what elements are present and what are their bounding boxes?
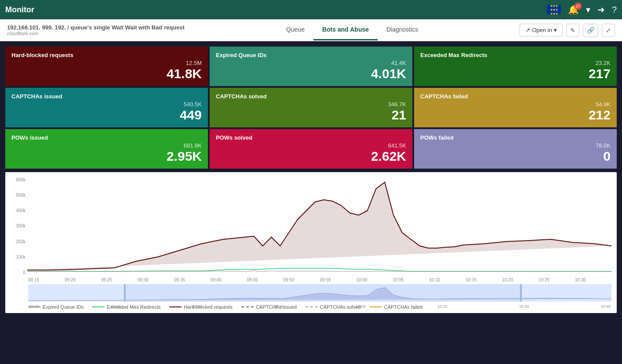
sub-header: 192.168.101. 999. 192. / queue's single …: [0, 19, 622, 41]
nav-dropdown-button[interactable]: ▾: [586, 4, 590, 15]
card-primary-7: 2.62K: [216, 149, 406, 163]
metric-card-2[interactable]: Exceeded Max Redirects 23.2K 217: [414, 47, 617, 86]
metric-card-0[interactable]: Hard-blocked requests 12.5M 41.8K: [5, 47, 208, 86]
card-values-5: 54.9K 212: [420, 101, 611, 122]
metric-card-3[interactable]: CAPTCHAs issued 540.5K 449: [5, 88, 208, 127]
metric-card-1[interactable]: Expired Queue IDs 41.4K 4.01K: [210, 47, 412, 86]
card-secondary-7: 641.5K: [216, 142, 406, 149]
flag-icon[interactable]: ★★★★★★★★★: [547, 5, 561, 14]
x-label: 10:15: [466, 278, 477, 282]
main-content: Hard-blocked requests 12.5M 41.8K Expire…: [0, 41, 622, 364]
metric-card-5[interactable]: CAPTCHAs failed 54.9K 212: [414, 88, 617, 127]
open-in-icon: ↗: [525, 27, 530, 33]
chart-svg: [27, 176, 611, 272]
metric-card-6[interactable]: POWs issued 681.8K 2.95K: [5, 129, 208, 169]
card-secondary-2: 23.2K: [420, 60, 611, 66]
card-primary-1: 4.01K: [216, 66, 406, 81]
mini-x-labels: 09:00 09:15 09:30 09:45 10:00 10:15 10:3…: [28, 304, 611, 309]
chart-area: 600k500k400k300k200k100k0: [5, 172, 617, 313]
tab-queue[interactable]: Queue: [277, 20, 313, 40]
open-in-button[interactable]: ↗ Open in ▾: [520, 24, 563, 36]
tab-bots-and-abuse[interactable]: Bots and Abuse: [313, 20, 378, 40]
chart-y-axis: 600k500k400k300k200k100k0: [11, 176, 27, 277]
metric-card-7[interactable]: POWs solved 641.5K 2.62K: [210, 129, 412, 169]
y-label: 500k: [11, 193, 25, 198]
card-secondary-4: 346.7K: [216, 101, 406, 108]
expand-button[interactable]: ⤢: [602, 24, 615, 37]
x-label: 09:55: [320, 278, 331, 282]
card-secondary-6: 681.8K: [11, 142, 202, 149]
flag-stars: ★★★★★★★★★: [550, 5, 558, 14]
card-values-2: 23.2K 217: [420, 60, 611, 81]
svg-rect-8: [124, 284, 126, 302]
card-label-3: CAPTCHAs issued: [11, 93, 202, 100]
card-primary-2: 217: [420, 66, 611, 81]
breadcrumb: 192.168.101. 999. 192. / queue's single …: [7, 24, 185, 36]
nav-signout-button[interactable]: ➜: [597, 4, 605, 15]
x-label: 09:40: [211, 278, 222, 282]
y-label: 100k: [11, 255, 25, 259]
nav-help-button[interactable]: ?: [612, 5, 617, 15]
card-secondary-3: 540.5K: [11, 101, 202, 108]
notifications-button[interactable]: 🔔 17: [568, 4, 579, 15]
x-label: 09:45: [247, 278, 258, 282]
top-nav: Monitor ★★★★★★★★★ 🔔 17 ▾ ➜ ?: [0, 0, 622, 19]
x-label: 10:25: [538, 278, 549, 282]
x-label: 09:20: [65, 278, 76, 282]
nav-right: ★★★★★★★★★ 🔔 17 ▾ ➜ ?: [547, 4, 617, 15]
card-primary-5: 212: [420, 108, 611, 122]
edit-button[interactable]: ✎: [566, 24, 579, 37]
app-title: Monitor: [5, 5, 34, 14]
x-label: 09:50: [284, 278, 295, 282]
card-label-2: Exceeded Max Redirects: [420, 52, 611, 58]
chart-x-axis: 09:1509:2009:2509:3009:3509:4009:4509:50…: [28, 277, 611, 282]
card-values-6: 681.8K 2.95K: [11, 142, 202, 163]
x-label: 10:10: [429, 278, 440, 282]
link-button[interactable]: 🔗: [583, 24, 598, 37]
y-label: 400k: [11, 208, 25, 213]
notifications-badge: 17: [575, 3, 582, 10]
mini-chart[interactable]: 09:00 09:15 09:30 09:45 10:00 10:15 10:3…: [28, 284, 611, 302]
mini-chart-svg: [28, 284, 611, 302]
chart-plot: [27, 176, 611, 277]
card-label-7: POWs solved: [216, 134, 406, 141]
breadcrumb-subtitle: cloudflare.com: [7, 31, 185, 36]
exceeded-redirects-line: [27, 268, 611, 271]
card-primary-4: 21: [216, 108, 406, 122]
card-secondary-8: 78.0K: [420, 142, 611, 149]
y-label: 300k: [11, 223, 25, 228]
metric-card-4[interactable]: CAPTCHAs solved 346.7K 21: [210, 88, 412, 127]
card-values-4: 346.7K 21: [216, 101, 406, 122]
card-values-7: 641.5K 2.62K: [216, 142, 406, 163]
card-primary-8: 0: [420, 149, 611, 163]
tab-diagnostics[interactable]: Diagnostics: [378, 20, 427, 40]
card-values-1: 41.4K 4.01K: [216, 60, 406, 81]
y-label: 200k: [11, 239, 25, 244]
open-in-chevron: ▾: [554, 27, 557, 33]
card-secondary-5: 54.9K: [420, 101, 611, 108]
x-label: 09:35: [174, 278, 185, 282]
x-label: 09:15: [28, 278, 39, 282]
y-label: 0: [11, 270, 25, 275]
tabs-area: Queue Bots and Abuse Diagnostics: [277, 20, 427, 40]
card-values-0: 12.5M 41.8K: [11, 60, 202, 81]
card-primary-6: 2.95K: [11, 149, 202, 163]
hard-blocked-line: [27, 182, 611, 270]
expired-queue-line: [27, 271, 611, 271]
card-label-6: POWs issued: [11, 134, 202, 141]
x-label: 10:20: [502, 278, 513, 282]
sub-header-actions: ↗ Open in ▾ ✎ 🔗 ⤢: [520, 24, 615, 37]
x-label: 09:30: [138, 278, 149, 282]
card-label-5: CAPTCHAs failed: [420, 93, 611, 100]
metric-card-8[interactable]: POWs failed 78.0K 0: [414, 129, 617, 169]
x-label: 09:25: [101, 278, 112, 282]
breadcrumb-title: 192.168.101. 999. 192. / queue's single …: [7, 24, 185, 31]
x-label: 10:30: [575, 278, 586, 282]
card-label-0: Hard-blocked requests: [11, 52, 202, 58]
card-values-3: 540.5K 449: [11, 101, 202, 122]
x-label: 10:00: [356, 278, 367, 282]
svg-rect-10: [126, 284, 522, 302]
nav-left: Monitor: [5, 5, 34, 14]
card-primary-0: 41.8K: [11, 66, 202, 81]
card-primary-3: 449: [11, 108, 202, 122]
